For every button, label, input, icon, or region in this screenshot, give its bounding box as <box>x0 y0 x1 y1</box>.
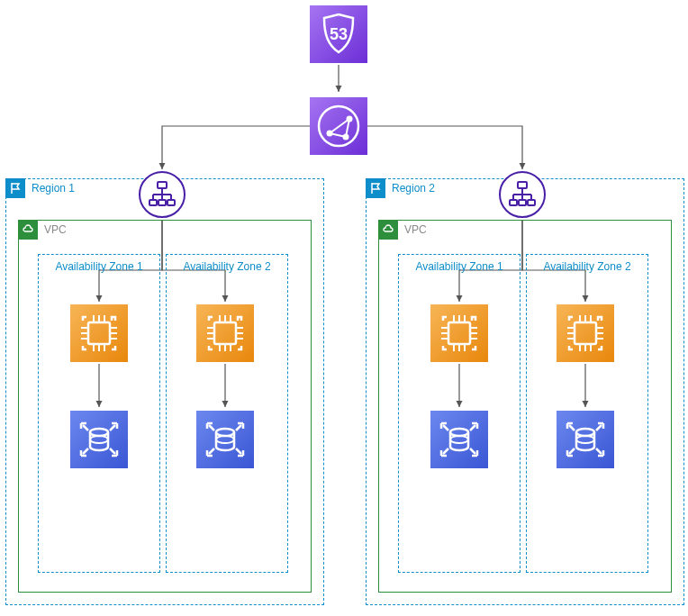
svg-rect-22 <box>158 200 166 205</box>
dynamodb-node <box>430 411 488 468</box>
cloudfront-node <box>310 97 367 155</box>
dynamodb-icon <box>430 411 488 468</box>
svg-rect-92 <box>196 411 254 468</box>
az-2-1-label: Availability Zone 1 <box>399 260 520 273</box>
ec2-node <box>430 304 488 362</box>
svg-rect-75 <box>557 304 614 362</box>
svg-rect-30 <box>510 200 517 205</box>
dynamodb-icon <box>557 411 614 468</box>
svg-text:53: 53 <box>330 25 348 43</box>
ec2-node <box>196 304 254 362</box>
route53-icon: 53 <box>310 5 367 63</box>
svg-rect-61 <box>430 304 488 362</box>
elb-2-node <box>499 171 546 218</box>
az-2-2-label: Availability Zone 2 <box>527 260 647 273</box>
ec2-node <box>557 304 614 362</box>
az-1-1-label: Availability Zone 1 <box>39 260 159 273</box>
vpc-cloud-icon <box>378 220 398 240</box>
svg-rect-21 <box>149 200 157 205</box>
svg-rect-47 <box>196 304 254 362</box>
dynamodb-node <box>196 411 254 468</box>
region-1-label: Region 1 <box>32 182 75 195</box>
dynamodb-icon <box>196 411 254 468</box>
region-flag-icon <box>5 178 25 198</box>
dynamodb-node <box>557 411 614 468</box>
svg-rect-89 <box>70 411 128 468</box>
dynamodb-node <box>70 411 128 468</box>
svg-rect-23 <box>167 200 175 205</box>
ec2-icon <box>196 304 254 362</box>
region-flag-icon <box>366 178 385 198</box>
svg-rect-15 <box>158 182 167 188</box>
vpc-1-label: VPC <box>44 223 67 236</box>
ec2-node <box>70 304 128 362</box>
svg-rect-33 <box>70 304 128 362</box>
svg-rect-31 <box>519 200 526 205</box>
ec2-icon <box>70 304 128 362</box>
ec2-icon <box>430 304 488 362</box>
svg-rect-24 <box>518 182 527 188</box>
elb-icon <box>146 178 178 211</box>
region-2-label: Region 2 <box>392 182 435 195</box>
svg-rect-95 <box>430 411 488 468</box>
svg-rect-32 <box>528 200 535 205</box>
elb-1-node <box>139 171 186 218</box>
elb-icon <box>506 178 539 211</box>
vpc-2-label: VPC <box>404 223 427 236</box>
route53-node: 53 <box>310 5 367 63</box>
cloudfront-icon <box>310 97 367 155</box>
svg-rect-98 <box>557 411 614 468</box>
az-1-2-label: Availability Zone 2 <box>167 260 287 273</box>
dynamodb-icon <box>70 411 128 468</box>
ec2-icon <box>557 304 614 362</box>
vpc-cloud-icon <box>18 220 38 240</box>
